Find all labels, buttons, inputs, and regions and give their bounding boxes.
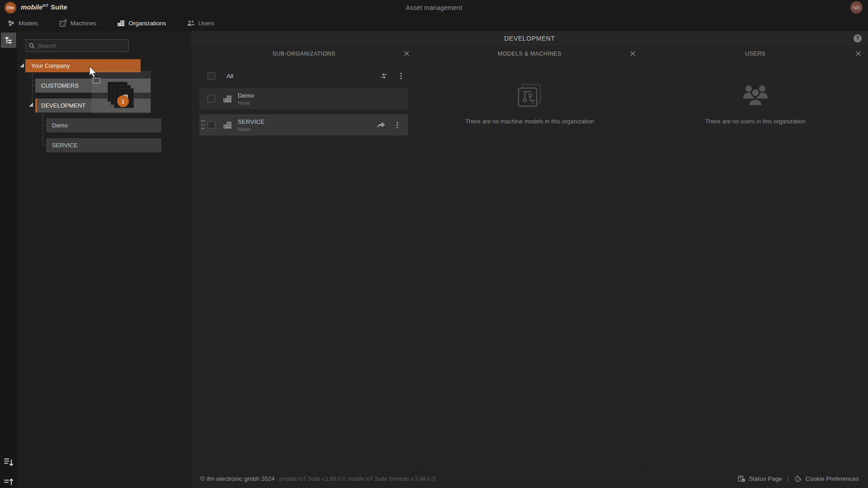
selected-organization-title: DEVELOPMENT	[504, 35, 555, 42]
row-subtitle: None	[238, 100, 254, 106]
user-avatar[interactable]: NR	[850, 1, 863, 14]
main-header: DEVELOPMENT ?	[191, 31, 868, 46]
organizations-icon	[117, 19, 125, 27]
models-icon	[7, 19, 15, 27]
close-icon[interactable]	[855, 50, 862, 57]
column-header: MODELS & MACHINES	[417, 46, 642, 62]
tree-connector	[32, 73, 33, 105]
search-icon	[26, 43, 38, 49]
brand-suite: Suite	[51, 3, 67, 11]
organization-tree-panel: Your Company CUSTOMERS DEVELOPMENT Demo …	[17, 31, 191, 488]
footer: © ifm electronic gmbh 2024 (mobile IoT S…	[191, 469, 868, 488]
tree-item-demo[interactable]: Demo	[46, 118, 161, 132]
select-all-checkbox[interactable]	[208, 72, 215, 80]
row-title: SERVICE	[238, 118, 264, 125]
status-page-label: Status Page	[749, 475, 782, 482]
ifm-logo-icon: ifm	[5, 2, 16, 14]
tab-label: Machines	[71, 20, 97, 27]
tree-item-label: Your Company	[31, 62, 70, 69]
users-column: USERS There are no users in this organiz…	[642, 46, 868, 469]
page-title: Asset management	[0, 4, 868, 11]
column-header: USERS	[643, 46, 868, 62]
main-area: DEVELOPMENT ? SUB-ORGANIZATIONS All	[191, 31, 868, 488]
tree-connector	[42, 125, 46, 126]
tree-connector	[32, 85, 35, 86]
status-page-link[interactable]: Status Page	[738, 475, 782, 482]
sub-organizations-list: All	[191, 62, 416, 469]
tree-view-button[interactable]	[1, 33, 16, 48]
tree-item-label: DEVELOPMENT	[41, 102, 85, 109]
cookie-preferences-link[interactable]: Cookie Preferences	[794, 475, 859, 482]
column-header: SUB-ORGANIZATIONS	[191, 46, 416, 62]
close-icon[interactable]	[403, 50, 410, 57]
footer-separator: |	[788, 475, 789, 482]
detail-columns: SUB-ORGANIZATIONS All	[191, 46, 868, 469]
tree-item-label: Demo	[52, 122, 68, 129]
close-icon[interactable]	[629, 50, 636, 57]
tab-users[interactable]: Users	[187, 19, 214, 27]
expander-your-company[interactable]	[20, 63, 24, 67]
select-all-label: All	[226, 73, 233, 80]
expander-development[interactable]	[29, 103, 33, 107]
expand-rows-icon	[3, 457, 14, 468]
users-icon	[187, 19, 195, 27]
search-input[interactable]	[38, 42, 128, 49]
tab-models[interactable]: Models	[7, 19, 38, 27]
cookie-icon	[794, 475, 802, 482]
help-icon[interactable]: ?	[854, 34, 862, 42]
tree-item-label: CUSTOMERS	[41, 82, 79, 89]
top-bar: ifm mobileIoTSuite Asset management NR	[0, 0, 868, 15]
status-page-icon	[738, 475, 745, 482]
column-title: MODELS & MACHINES	[498, 51, 561, 57]
copyright-text: © ifm electronic gmbh 2024	[200, 475, 275, 482]
app-root: ifm mobileIoTSuite Asset management NR M…	[0, 0, 868, 488]
organization-icon	[223, 94, 232, 103]
tree-item-your-company[interactable]: Your Company	[25, 59, 141, 72]
empty-state-text: There are no users in this organization	[705, 118, 806, 125]
models-empty-state: There are no machine models in this orga…	[417, 62, 642, 469]
tree-connector	[42, 113, 43, 145]
row-subtitle: None	[238, 127, 264, 132]
cookie-preferences-label: Cookie Preferences	[805, 475, 859, 482]
empty-state-text: There are no machine models in this orga…	[465, 118, 594, 125]
row-checkbox[interactable]	[208, 95, 215, 103]
organization-icon	[223, 121, 232, 130]
sub-organizations-column: SUB-ORGANIZATIONS All	[191, 46, 416, 469]
tab-label: Users	[198, 20, 214, 27]
main-nav: Models Machines Organizations Users	[0, 15, 868, 31]
sub-organization-row-demo[interactable]: Demo None	[199, 88, 408, 109]
kebab-menu-icon[interactable]	[396, 72, 406, 80]
machine-models-icon	[517, 83, 542, 108]
brand-iot: IoT	[42, 3, 48, 8]
kebab-menu-icon[interactable]	[393, 122, 402, 129]
users-group-icon	[743, 83, 768, 108]
sub-organization-row-service[interactable]: SERVICE None	[199, 114, 408, 136]
share-forward-icon[interactable]	[377, 122, 386, 129]
tree-connector	[42, 145, 46, 145]
tree-item-label: SERVICE	[52, 142, 78, 149]
drag-handle[interactable]	[202, 120, 206, 130]
tab-label: Organizations	[128, 20, 166, 27]
tab-label: Models	[19, 20, 38, 27]
machines-icon	[59, 19, 67, 27]
tab-machines[interactable]: Machines	[59, 19, 97, 27]
models-machines-column: MODELS & MACHINES There are no machine m…	[416, 46, 642, 469]
users-empty-state: There are no users in this organization	[643, 62, 868, 469]
tab-organizations[interactable]: Organizations	[117, 19, 166, 27]
search-box	[25, 39, 129, 52]
version-text: (mobile IoT Suite v.1.93.0.0, mobile IoT…	[279, 476, 436, 482]
brand-mobile: mobile	[21, 3, 42, 11]
tree-icon	[5, 36, 13, 44]
column-title: SUB-ORGANIZATIONS	[273, 51, 335, 57]
tree-item-service[interactable]: SERVICE	[46, 138, 161, 152]
collapse-rows-icon	[3, 476, 14, 487]
select-all-row: All	[199, 70, 408, 82]
collapse-all-button[interactable]	[3, 476, 14, 487]
row-title: Demo	[238, 92, 254, 99]
row-checkbox[interactable]	[208, 121, 215, 129]
brand-title: mobileIoTSuite	[21, 3, 67, 11]
expand-all-button[interactable]	[3, 457, 14, 468]
column-title: USERS	[745, 51, 765, 57]
transfer-icon[interactable]	[379, 72, 388, 80]
drag-count-badge: 1	[117, 95, 129, 107]
